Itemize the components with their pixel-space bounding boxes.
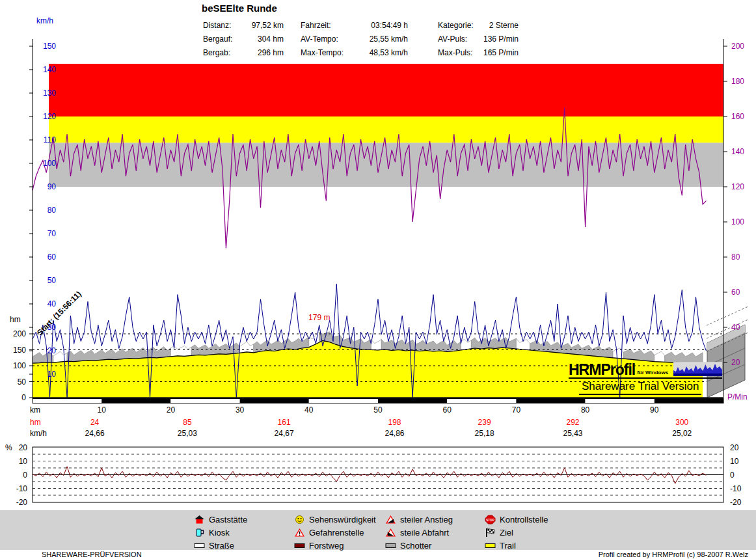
legend-item: Kiosk: [194, 526, 247, 539]
gradient-axis-label-left: -20: [16, 498, 28, 507]
surface-strasse-segment: [240, 342, 254, 353]
pulse-axis-label: 60: [731, 288, 740, 297]
km-tick-label: 80: [581, 405, 590, 415]
surface-strasse-segment: [655, 351, 665, 362]
speed-axis-label: 70: [47, 229, 57, 238]
perspective-hatch: [707, 307, 748, 325]
pulse-axis-title: P/Min: [727, 392, 748, 402]
stat-label: Max-Puls:: [438, 46, 472, 60]
stat-label: AV-Puls:: [438, 33, 467, 46]
stat-pair: Max-Puls:165 P/min: [438, 46, 519, 60]
gradient-axis-label-right: 10: [730, 457, 739, 466]
legend-label: Schotter: [400, 541, 431, 551]
legend-label: steile Abfahrt: [400, 528, 449, 538]
stat-value: 165 P/min: [483, 46, 519, 60]
pulse-axis-label: 180: [731, 77, 744, 86]
trail-icon: [485, 541, 496, 551]
legend-item: steiler Anstieg: [385, 513, 453, 526]
stat-pair: Bergab:296 hm: [203, 46, 284, 60]
legend-column: SehenswürdigkeitGefahrenstelleForstweg: [294, 513, 376, 552]
stat-value: 97,52 km: [252, 19, 284, 33]
km-scale-bar-segment: [170, 399, 239, 403]
stat-value: 296 hm: [258, 46, 284, 60]
gradient-axis-label-right: -20: [730, 498, 742, 507]
speed-axis-label: 130: [43, 89, 56, 98]
watermark: HRMProfil für Windows Shareware Trial Ve…: [569, 362, 722, 395]
stat-label: Bergauf:: [203, 33, 232, 46]
pulse-axis-label: 100: [731, 217, 744, 226]
speed-axis-label: 60: [47, 252, 57, 262]
speed-axis-label: 120: [43, 112, 56, 121]
pulse-axis-label: 140: [731, 147, 744, 156]
surface-schotter-segment: [471, 338, 516, 349]
km-tick-label: 20: [167, 405, 176, 415]
stats-column: Kategorie:2 SterneAV-Puls:136 P/minMax-P…: [438, 19, 519, 60]
kmh-segment-value: 24,66: [85, 429, 105, 438]
km-scale-bar-segment: [516, 399, 585, 403]
kmh-segment-value: 25,02: [672, 429, 692, 438]
speed-axis-label: 20: [47, 346, 57, 355]
hm-row-label: hm: [30, 418, 41, 427]
stat-label: Kategorie:: [438, 19, 474, 33]
pulse-axis-label: 160: [731, 112, 744, 121]
hm-segment-value: 300: [675, 418, 688, 427]
km-tick-label: 40: [304, 405, 314, 415]
gradient-axis-title: %: [5, 443, 12, 452]
road-icon: [194, 541, 205, 551]
kmh-segment-value: 25,18: [475, 429, 494, 438]
stat-pair: Fahrzeit:03:54:49 h: [301, 19, 408, 33]
gradient-axis-label-right: 20: [730, 443, 739, 452]
gradient-axis-label-left: 10: [19, 457, 28, 466]
app-platform-text: für Windows: [637, 370, 668, 375]
stat-pair: Max-Tempo:48,53 km/h: [301, 46, 408, 60]
pulse-axis-label: 80: [731, 252, 740, 262]
stat-pair: Distanz:97,52 km: [203, 19, 284, 33]
watermark-line1: HRMProfil für Windows: [569, 362, 722, 379]
stat-pair: AV-Tempo:25,55 km/h: [301, 33, 408, 46]
finish-flag-icon: [485, 528, 496, 538]
gradient-axis-label-left: 0: [23, 470, 27, 480]
legend-item: Straße: [194, 539, 247, 552]
elevation-axis-label: 200: [13, 329, 26, 338]
speed-axis-label: 80: [47, 206, 57, 215]
speed-axis-title: km/h: [36, 16, 53, 25]
km-scale-bar-segment: [309, 399, 378, 403]
km-tick-label: 30: [236, 405, 245, 415]
pulse-axis-label: 40: [731, 323, 740, 332]
stats-column: Distanz:97,52 kmBergauf:304 hmBergab:296…: [203, 19, 284, 60]
legend-column: steiler Anstiegsteile AbfahrtSchotter: [385, 513, 453, 552]
pulse-axis-label: 20: [731, 358, 740, 367]
gradient-axis-label-left: -10: [16, 484, 28, 493]
stats-column: Fahrzeit:03:54:49 hAV-Tempo:25,55 km/hMa…: [301, 19, 408, 60]
svg-text:STOP: STOP: [486, 518, 494, 521]
legend-label: Trail: [500, 541, 516, 551]
legend-label: Sehenswürdigkeit: [309, 515, 376, 525]
stat-value: 03:54:49 h: [371, 19, 408, 33]
stat-label: Max-Tempo:: [301, 46, 344, 60]
legend-item: steile Abfahrt: [385, 526, 453, 539]
elevation-axis-label: 150: [13, 346, 26, 355]
legend-item: Forstweg: [294, 539, 376, 552]
stop-sign-icon: STOP: [485, 515, 496, 525]
km-scale-bar-segment: [655, 399, 723, 403]
gravel-icon: [385, 541, 396, 551]
profile-logo-icon: [673, 362, 722, 376]
legend-label: Kontrollstelle: [500, 515, 548, 525]
legend-item: Ziel: [485, 526, 548, 539]
speed-axis-label: 150: [43, 42, 56, 51]
legend-label: Kiosk: [209, 528, 230, 538]
elevation-axis-label: 0: [21, 393, 26, 402]
km-scale-bar-segment: [447, 399, 516, 403]
footer-credit-text: Profil created by HRMProfil (c) 98-2007 …: [599, 551, 748, 558]
legend-column: STOPKontrollstelleZielTrail: [485, 513, 548, 552]
hm-segment-value: 24: [90, 418, 100, 427]
legend-label: Ziel: [500, 528, 513, 538]
elevation-axis-label: 50: [18, 377, 27, 387]
stat-pair: Kategorie:2 Sterne: [438, 19, 519, 33]
legend-label: Forstweg: [309, 541, 344, 551]
km-scale-bar-segment: [101, 399, 170, 403]
legend-label: Gefahrenstelle: [309, 528, 364, 538]
speed-axis-label: 110: [44, 135, 56, 144]
stat-value: 136 P/min: [483, 33, 519, 46]
legend-item: STOPKontrollstelle: [485, 513, 548, 526]
